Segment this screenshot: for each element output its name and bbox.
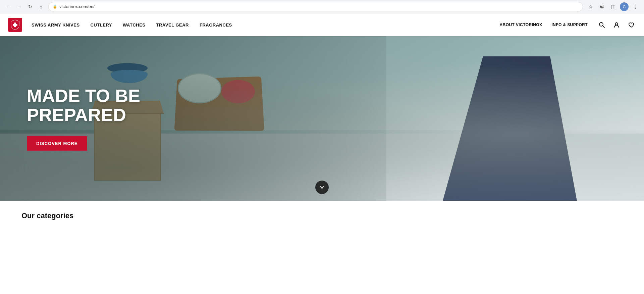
browser-address-bar[interactable]: 🔒 victorinox.com/en/ — [48, 2, 583, 11]
categories-heading: Our categories — [21, 211, 623, 220]
header-icons — [597, 20, 636, 30]
nav-item-travel-gear[interactable]: TRAVEL GEAR — [156, 22, 189, 28]
browser-chrome: ← → ↻ ⌂ 🔒 victorinox.com/en/ ☆ ☯ ◫ G ⋮ — [0, 0, 644, 13]
search-button[interactable] — [597, 20, 606, 30]
svg-point-4 — [615, 23, 618, 25]
browser-right-icons: ☆ ☯ ◫ G ⋮ — [586, 2, 640, 11]
victorinox-logo[interactable] — [8, 18, 22, 32]
browser-profile-avatar[interactable]: G — [620, 2, 629, 11]
browser-menu-button[interactable]: ⋮ — [631, 2, 640, 11]
info-support-link[interactable]: INFO & SUPPORT — [551, 22, 588, 27]
nav-item-swiss-army-knives[interactable]: SWISS ARMY KNIVES — [32, 22, 80, 28]
categories-section: Our categories — [0, 201, 644, 241]
header-right: ABOUT VICTORINOX INFO & SUPPORT — [500, 20, 636, 30]
nav-item-fragrances[interactable]: FRAGRANCES — [200, 22, 232, 28]
hero-title: MADE TO BE PREPARED — [27, 86, 161, 124]
lock-icon: 🔒 — [53, 4, 57, 9]
browser-reload-button[interactable]: ↻ — [25, 2, 35, 11]
discover-more-button[interactable]: DISCOVER MORE — [27, 136, 87, 151]
nav-item-cutlery[interactable]: CUTLERY — [91, 22, 112, 28]
site-header: SWISS ARMY KNIVES CUTLERY WATCHES TRAVEL… — [0, 13, 644, 36]
about-victorinox-link[interactable]: ABOUT VICTORINOX — [500, 22, 542, 27]
svg-line-3 — [603, 26, 605, 28]
browser-extensions-button[interactable]: ☯ — [597, 2, 606, 11]
hero-section: MADE TO BE PREPARED DISCOVER MORE — [0, 36, 644, 201]
wishlist-button[interactable] — [627, 20, 636, 30]
browser-bookmark-button[interactable]: ☆ — [586, 2, 595, 11]
browser-home-button[interactable]: ⌂ — [36, 2, 46, 11]
hero-content: MADE TO BE PREPARED DISCOVER MORE — [27, 86, 161, 151]
account-button[interactable] — [612, 20, 621, 30]
svg-rect-1 — [13, 24, 17, 26]
browser-back-button[interactable]: ← — [4, 2, 13, 11]
main-nav: SWISS ARMY KNIVES CUTLERY WATCHES TRAVEL… — [32, 22, 500, 28]
browser-tab-search-button[interactable]: ◫ — [608, 2, 618, 11]
browser-url: victorinox.com/en/ — [59, 4, 95, 9]
scroll-down-button[interactable] — [315, 181, 329, 194]
browser-nav-buttons: ← → ↻ ⌂ — [4, 2, 46, 11]
browser-forward-button[interactable]: → — [15, 2, 24, 11]
nav-item-watches[interactable]: WATCHES — [123, 22, 146, 28]
